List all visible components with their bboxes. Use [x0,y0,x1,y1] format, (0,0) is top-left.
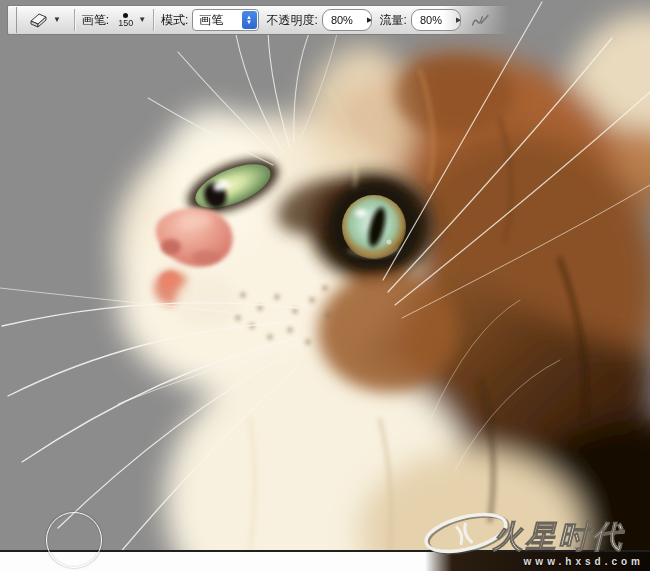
flow-label: 流量: [380,12,407,29]
airbrush-toggle[interactable] [471,10,490,30]
brush-preset-picker[interactable]: 150 [115,13,136,28]
brush-dropdown-arrow-icon[interactable]: ▼ [138,16,146,24]
toolbar-separator [74,9,75,31]
photoshop-document-window: www.hxsd.com 火星时代 ▼ 画笔: 150 ▼ [0,0,650,571]
brush-label: 画笔: [82,12,109,29]
opacity-slider-arrow-icon[interactable]: ▶ [367,16,372,24]
logo-text: 火星时代 [492,519,625,554]
flow-field[interactable]: 80% ▶ [411,9,461,31]
opacity-label: 不透明度: [267,12,318,29]
tool-options-bar: ▼ 画笔: 150 ▼ 模式: 画笔 ▲▼ 不透明度: 80% ▶ 流量: 80… [7,5,514,35]
mode-value: 画笔 [199,12,223,29]
stepper-icon: ▲▼ [242,11,257,29]
watermark-url: www.hxsd.com [524,556,650,567]
tool-dropdown-arrow-icon: ▼ [53,16,61,24]
mode-select[interactable]: 画笔 ▲▼ [192,9,258,31]
brush-size-value: 150 [118,19,133,28]
opacity-field[interactable]: 80% ▶ [322,9,372,31]
toolbar-grabber[interactable] [8,7,17,33]
mars-era-logo: 火星时代 [418,504,650,556]
eraser-icon [27,12,49,28]
brush-tip-icon [123,13,128,18]
mode-label: 模式: [161,12,188,29]
flow-slider-arrow-icon[interactable]: ▶ [456,16,461,24]
eraser-tool-button[interactable]: ▼ [21,6,67,34]
brush-cursor-outline [46,512,102,568]
cat-eye-right [328,182,420,270]
checkbox-faded[interactable] [502,14,513,27]
opacity-value: 80% [323,14,367,26]
canvas-area[interactable] [0,0,650,571]
flow-value: 80% [412,14,456,26]
toolbar-separator [153,9,154,31]
